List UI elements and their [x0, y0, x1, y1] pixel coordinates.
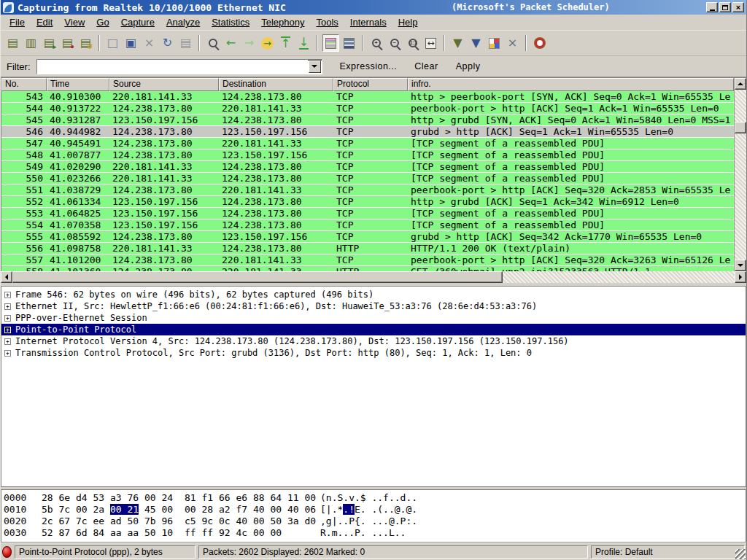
- scroll-right-button[interactable]: [735, 271, 746, 283]
- open-file-icon[interactable]: □: [104, 34, 121, 52]
- detail-line[interactable]: +Ethernet II, Src: HewlettP_f1:66:e6 (00…: [1, 300, 746, 312]
- menu-item-capture[interactable]: Capture: [115, 15, 160, 29]
- column-header-time[interactable]: Time: [47, 78, 109, 91]
- vscroll-thumb[interactable]: [735, 122, 746, 133]
- reload-icon[interactable]: ↻: [159, 34, 176, 52]
- hex-byte[interactable]: 84: [93, 527, 104, 538]
- hex-byte[interactable]: 40: [236, 516, 248, 526]
- hex-byte[interactable]: ff: [185, 527, 196, 538]
- go-to-bottom-icon[interactable]: ↓: [295, 34, 312, 52]
- packet-row[interactable]: 55541.085592124.238.173.80123.150.197.15…: [1, 231, 734, 243]
- close-file-icon[interactable]: ×: [141, 34, 158, 52]
- hex-byte[interactable]: 11: [287, 492, 299, 503]
- menu-item-file[interactable]: File: [4, 15, 31, 29]
- detail-line[interactable]: +Internet Protocol Version 4, Src: 124.2…: [1, 335, 746, 347]
- expand-icon[interactable]: +: [4, 315, 11, 322]
- packet-row[interactable]: 55741.101200124.238.173.80220.181.141.33…: [1, 254, 734, 266]
- hex-byte[interactable]: 66: [219, 492, 231, 503]
- close-button[interactable]: ×: [732, 2, 744, 12]
- hex-byte[interactable]: 2c: [42, 516, 53, 526]
- menu-item-internals[interactable]: Internals: [344, 15, 392, 29]
- column-header-infro[interactable]: infro.: [408, 78, 734, 91]
- auto-scroll-icon[interactable]: [341, 34, 357, 52]
- scroll-left-button[interactable]: [1, 271, 12, 283]
- hex-byte[interactable]: 50: [144, 527, 156, 538]
- go-back-icon[interactable]: ←: [222, 34, 239, 52]
- go-to-packet-icon[interactable]: →: [259, 34, 276, 52]
- detail-line[interactable]: +PPP-over-Ethernet Session: [1, 312, 746, 324]
- hex-byte[interactable]: 88: [253, 492, 265, 503]
- go-forward-icon[interactable]: →: [241, 34, 258, 52]
- vscroll-track[interactable]: [735, 90, 746, 260]
- hex-byte[interactable]: 96: [161, 516, 173, 526]
- hex-byte[interactable]: 4c: [236, 527, 248, 538]
- packet-row[interactable]: 54640.944982124.238.173.80123.150.197.15…: [1, 126, 734, 138]
- help-icon[interactable]: [531, 34, 548, 52]
- packet-list-vscrollbar[interactable]: [734, 78, 746, 271]
- hex-byte[interactable]: f7: [236, 504, 248, 515]
- packet-row[interactable]: 55641.098758220.181.141.33124.238.173.80…: [1, 243, 734, 254]
- hex-byte[interactable]: 92: [219, 527, 231, 538]
- hex-row[interactable]: 000028 6e d4 53 a3 76 00 24 81 f1 66 e6 …: [4, 492, 746, 504]
- hex-byte[interactable]: 00: [76, 504, 88, 515]
- hex-byte[interactable]: 00: [185, 504, 196, 515]
- expand-icon[interactable]: +: [4, 350, 11, 357]
- hex-byte[interactable]: 45: [144, 504, 156, 515]
- expression-button[interactable]: Expression...: [340, 61, 398, 71]
- hex-byte[interactable]: 7c: [76, 516, 88, 526]
- hex-byte[interactable]: 40: [253, 504, 265, 515]
- apply-button[interactable]: Apply: [456, 61, 481, 71]
- packet-row[interactable]: 54740.945491124.238.173.80220.181.141.33…: [1, 138, 734, 149]
- hex-byte[interactable]: a3: [110, 492, 122, 503]
- hex-byte[interactable]: 6d: [76, 527, 88, 538]
- scroll-up-button[interactable]: [735, 78, 746, 90]
- hex-byte[interactable]: 21: [127, 504, 139, 515]
- display-filter-icon[interactable]: ▼: [468, 34, 484, 52]
- hex-row[interactable]: 00202c 67 7c ee ad 50 7b 96 c5 9c 0c 40 …: [4, 516, 746, 527]
- expand-icon[interactable]: +: [4, 338, 11, 345]
- expand-icon[interactable]: +: [4, 292, 11, 298]
- expert-info-led[interactable]: [2, 546, 12, 558]
- menu-item-go[interactable]: Go: [90, 15, 115, 29]
- menu-item-statistics[interactable]: Statistics: [206, 15, 255, 29]
- hex-byte[interactable]: 00: [253, 527, 265, 538]
- scroll-down-button[interactable]: [735, 260, 746, 271]
- hex-byte[interactable]: 28: [42, 492, 53, 503]
- expand-icon[interactable]: +: [4, 327, 11, 333]
- title-bar[interactable]: Capturing from Realtek 10/100/1000 Ether…: [1, 0, 746, 15]
- hex-byte[interactable]: 00: [144, 492, 156, 503]
- packet-row[interactable]: 54941.020290220.181.141.33124.238.173.80…: [1, 161, 734, 173]
- zoom-out-icon[interactable]: −: [386, 34, 403, 52]
- hex-byte[interactable]: 52: [42, 527, 53, 538]
- packet-row[interactable]: 55441.070358123.150.197.156124.238.173.8…: [1, 219, 734, 231]
- find-packet-icon[interactable]: [204, 34, 221, 52]
- list-interfaces-icon[interactable]: ▤: [4, 34, 21, 52]
- hex-byte[interactable]: 28: [202, 504, 214, 515]
- detail-line[interactable]: +Point-to-Point Protocol: [1, 324, 746, 335]
- hex-byte[interactable]: 00: [161, 504, 173, 515]
- hex-byte[interactable]: 76: [127, 492, 139, 503]
- hex-byte[interactable]: 24: [161, 492, 173, 503]
- hex-byte[interactable]: 7b: [144, 516, 156, 526]
- hex-byte[interactable]: 87: [58, 527, 70, 538]
- minimize-button[interactable]: [706, 2, 718, 12]
- menu-item-help[interactable]: Help: [392, 15, 424, 29]
- packet-row[interactable]: 55341.064825123.150.197.156124.238.173.8…: [1, 208, 734, 219]
- hex-byte[interactable]: 64: [270, 492, 282, 503]
- hex-byte[interactable]: 00: [270, 504, 282, 515]
- colorize-icon[interactable]: [322, 34, 339, 52]
- hex-byte[interactable]: 50: [127, 516, 139, 526]
- hex-byte[interactable]: d4: [76, 492, 88, 503]
- hex-byte[interactable]: 6e: [58, 492, 70, 503]
- preferences-icon[interactable]: ×: [504, 34, 521, 52]
- resize-grip[interactable]: [735, 549, 746, 559]
- hex-byte[interactable]: 00: [253, 516, 265, 526]
- hex-byte[interactable]: 10: [161, 527, 173, 538]
- hex-row[interactable]: 00105b 7c 00 2a 00 21 45 00 00 28 a2 f7 …: [4, 504, 746, 516]
- hex-row[interactable]: 003052 87 6d 84 aa aa 50 10 ff ff 92 4c …: [4, 527, 746, 539]
- start-capture-icon[interactable]: ▤▸: [41, 34, 58, 52]
- print-icon[interactable]: ▤: [177, 34, 194, 52]
- hex-byte[interactable]: 3a: [287, 516, 299, 526]
- hex-byte[interactable]: 06: [304, 504, 316, 515]
- hex-byte[interactable]: aa: [127, 527, 139, 538]
